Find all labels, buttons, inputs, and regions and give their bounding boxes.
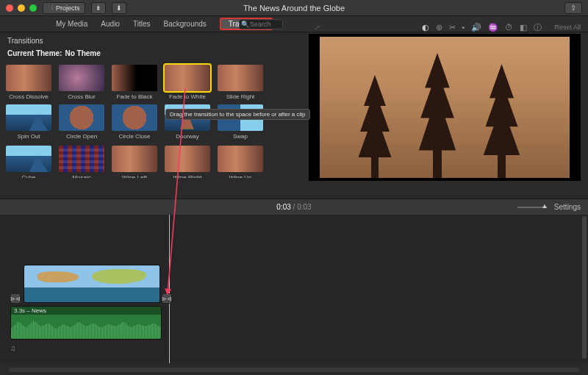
transition-item[interactable]: Spin Out	[6, 104, 51, 140]
music-track-icon[interactable]: ♫	[10, 344, 16, 352]
transition-item[interactable]: Circle Open	[59, 104, 104, 140]
tree-graphic	[356, 75, 393, 178]
tree-graphic	[481, 64, 522, 178]
tree-graphic	[415, 53, 459, 178]
transition-item[interactable]: Wipe Up	[218, 146, 263, 178]
maximize-window-button[interactable]	[29, 4, 37, 12]
drag-tooltip: Drag the transition to the space before …	[165, 109, 310, 120]
close-window-button[interactable]	[6, 4, 13, 12]
transitions-browser: Cross Dissolve Cross Blur Fade to Black …	[0, 62, 294, 143]
audio-clip-label: 3.3s – News	[11, 307, 161, 315]
settings-button[interactable]: Settings	[554, 203, 581, 211]
audio-clip[interactable]: 3.3s – News	[10, 306, 162, 340]
transition-item[interactable]: Cross Dissolve	[6, 65, 51, 100]
zoom-marker-icon	[542, 204, 547, 208]
tab-backgrounds[interactable]: Backgrounds	[163, 20, 206, 28]
volume-icon[interactable]: 🔊	[471, 23, 481, 32]
horizontal-scrollbar[interactable]	[9, 368, 579, 372]
info-icon[interactable]: ⓘ	[534, 22, 542, 33]
transition-item[interactable]: Slide Right	[218, 65, 263, 100]
minimize-window-button[interactable]	[18, 4, 25, 12]
transition-item[interactable]: Circle Close	[112, 104, 157, 140]
search-wrap: 🔍	[239, 19, 283, 29]
library-button[interactable]: ⬇	[112, 2, 126, 14]
timeline-toolbar: 0:03 / 0:03 Settings	[0, 199, 588, 215]
color-correct-icon[interactable]: ⊛	[436, 23, 442, 32]
transition-item[interactable]: Cross Blur	[59, 65, 104, 100]
projects-label: Projects	[56, 4, 80, 12]
transition-item[interactable]: Fade to White	[165, 65, 210, 100]
title-bar: 〈 Projects ⇟ ⬇ The News Around the Globe…	[0, 0, 588, 16]
color-balance-icon[interactable]: ◐	[422, 23, 429, 32]
project-title: The News Around the Globe	[243, 4, 345, 12]
zoom-slider[interactable]	[517, 207, 547, 208]
transition-item[interactable]: Wipe Left	[112, 146, 157, 178]
transition-slot-left[interactable]: ⊳⊲	[10, 293, 21, 304]
video-clip[interactable]	[24, 265, 160, 303]
tab-audio[interactable]: Audio	[101, 20, 120, 28]
clip-thumbnail	[24, 265, 159, 302]
time-current: 0:03	[276, 203, 290, 211]
playhead[interactable]	[169, 215, 170, 363]
timeline[interactable]: ⊳⊲ ⊳⊲ 3.3s – News ♫	[0, 215, 588, 363]
noise-icon[interactable]: ♒	[488, 23, 498, 32]
transitions-browser-row3: Cube Mosaic Wipe Left Wipe Right Wipe Up	[0, 143, 294, 178]
filter-icon[interactable]: ◧	[520, 23, 527, 32]
transition-item[interactable]: Fade to Black	[112, 65, 157, 100]
stabilize-icon[interactable]: ▪	[462, 23, 465, 32]
theme-value: No Theme	[65, 49, 100, 57]
window-controls	[6, 4, 37, 12]
search-icon: 🔍	[241, 21, 249, 28]
time-total: 0:03	[297, 203, 311, 211]
transition-item[interactable]: Mosaic	[59, 146, 104, 178]
waveform	[11, 315, 161, 338]
tab-titles[interactable]: Titles	[133, 20, 151, 28]
theme-label: Current Theme:	[7, 49, 62, 57]
crop-icon[interactable]: ✂	[449, 23, 456, 32]
share-button[interactable]: ⇪	[564, 2, 582, 14]
wand-icon[interactable]: ⟋	[313, 23, 321, 32]
share-icon: ⇪	[570, 4, 576, 12]
preview-pane[interactable]	[309, 34, 581, 181]
preview-toolbar: ⟋ ◐ ⊛ ✂ ▪ 🔊 ♒ ⏱ ◧ ⓘ Reset All	[309, 21, 581, 34]
playhead-time: 0:03 / 0:03	[276, 203, 311, 211]
transition-slot-right[interactable]: ⊳⊲	[162, 293, 172, 304]
reset-all-button[interactable]: Reset All	[554, 24, 581, 31]
tab-my-media[interactable]: My Media	[56, 20, 87, 28]
chevron-left-icon: 〈	[48, 4, 54, 12]
projects-back-button[interactable]: 〈 Projects	[43, 2, 85, 14]
speed-icon[interactable]: ⏱	[505, 23, 513, 32]
vertical-scrollbar[interactable]	[582, 216, 587, 359]
transition-item[interactable]: Cube	[6, 146, 51, 178]
transition-item[interactable]: Wipe Right	[165, 146, 210, 178]
import-button[interactable]: ⇟	[91, 2, 106, 14]
preview-video-frame	[320, 37, 570, 178]
